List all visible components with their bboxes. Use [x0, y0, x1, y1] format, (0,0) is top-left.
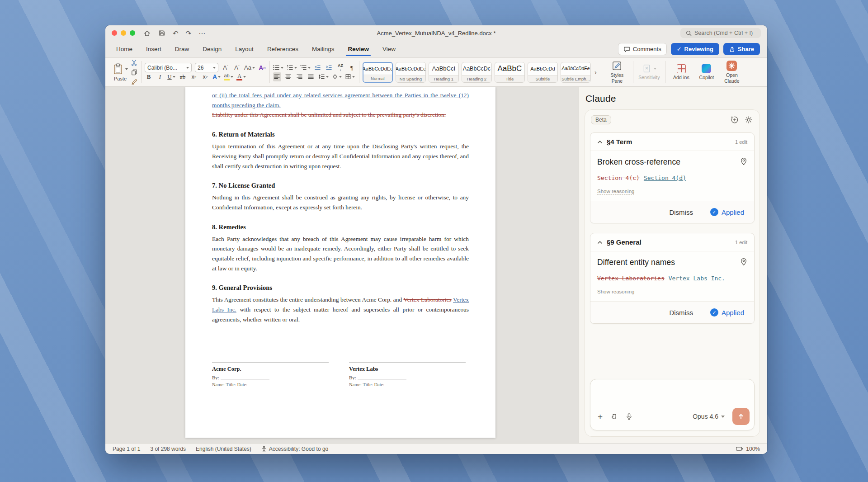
collapse-chevron-icon[interactable]: [597, 241, 603, 244]
new-chat-icon[interactable]: [731, 116, 739, 124]
bullet-list-button[interactable]: [273, 63, 283, 72]
message-composer[interactable]: + Opus 4.6: [590, 379, 755, 430]
hand-feedback-icon[interactable]: [610, 413, 618, 421]
comments-button[interactable]: Comments: [618, 43, 667, 55]
bold-button[interactable]: B: [145, 72, 153, 81]
subscript-button[interactable]: x2: [190, 72, 198, 81]
applied-button[interactable]: ✓ Applied: [710, 308, 744, 317]
style-title[interactable]: AaBbCTitle: [495, 62, 525, 83]
tab-home[interactable]: Home: [116, 41, 132, 57]
addins-button[interactable]: Add-ins: [669, 60, 694, 85]
copy-icon[interactable]: [130, 68, 138, 77]
document-page[interactable]: or (ii) the total fees paid under any re…: [185, 87, 495, 438]
change-case-button[interactable]: Aa: [244, 63, 255, 72]
shading-button[interactable]: [332, 72, 342, 81]
claude-panel-body: Beta: [585, 109, 760, 437]
sort-button[interactable]: AZ↓: [336, 63, 344, 72]
tab-design[interactable]: Design: [203, 41, 222, 57]
claude-starburst-icon: [726, 61, 737, 71]
composer-input[interactable]: [590, 379, 754, 404]
copilot-button[interactable]: Copilot: [694, 60, 719, 85]
minimize-window-button[interactable]: [121, 30, 126, 36]
tab-references[interactable]: References: [267, 41, 298, 57]
show-reasoning-link[interactable]: Show reasoning: [597, 189, 634, 195]
redo-icon[interactable]: ↷: [186, 30, 192, 37]
settings-gear-icon[interactable]: [745, 116, 753, 124]
more-toolbar-icon[interactable]: ⋯: [198, 30, 205, 37]
accessibility-status[interactable]: Accessibility: Good to go: [261, 446, 328, 452]
styles-pane-button[interactable]: Styles Pane: [604, 60, 630, 85]
superscript-button[interactable]: x2: [201, 72, 209, 81]
shrink-font-button[interactable]: Aˇ: [233, 63, 241, 72]
style-normal[interactable]: AaBbCcDdEeNormal: [363, 62, 393, 83]
styles-gallery-next-icon[interactable]: ›: [594, 68, 598, 76]
cut-icon[interactable]: [130, 58, 138, 67]
applied-button[interactable]: ✓ Applied: [710, 208, 744, 216]
tab-review[interactable]: Review: [348, 41, 369, 57]
style-subtle-emphasis[interactable]: AaBbCcDdEeSubtle Emph...: [561, 62, 591, 83]
grow-font-button[interactable]: Aˆ: [222, 63, 230, 72]
increase-indent-button[interactable]: [325, 63, 333, 72]
paste-button[interactable]: Paste: [111, 62, 130, 82]
borders-button[interactable]: [345, 72, 355, 81]
attach-plus-icon[interactable]: +: [598, 412, 603, 421]
style-heading-1[interactable]: AaBbCcIHeading 1: [429, 62, 459, 83]
font-size-select[interactable]: 26: [195, 63, 218, 72]
display-mode-icon[interactable]: [736, 446, 743, 452]
reviewing-button[interactable]: ✓ Reviewing: [671, 43, 719, 55]
multilevel-list-button[interactable]: [300, 63, 311, 72]
tab-draw[interactable]: Draw: [175, 41, 189, 57]
zoom-window-button[interactable]: [130, 30, 135, 36]
show-formatting-marks-button[interactable]: ¶: [348, 63, 356, 72]
style-heading-2[interactable]: AaBbCcDcHeading 2: [462, 62, 492, 83]
location-pin-icon[interactable]: [740, 258, 747, 266]
highlight-button[interactable]: ab: [224, 72, 233, 81]
justify-button[interactable]: [307, 72, 315, 81]
undo-icon[interactable]: ↶: [173, 30, 179, 37]
save-icon[interactable]: [158, 29, 165, 37]
language-indicator[interactable]: English (United States): [196, 446, 251, 452]
align-center-button[interactable]: [284, 72, 292, 81]
dismiss-button[interactable]: Dismiss: [669, 309, 693, 317]
search-input[interactable]: Search (Cmd + Ctrl + I): [680, 28, 761, 38]
style-no-spacing[interactable]: AaBbCcDdEeNo Spacing: [396, 62, 426, 83]
text-effects-button[interactable]: A: [212, 72, 221, 81]
clear-formatting-button[interactable]: A⌀: [258, 63, 266, 72]
home-icon[interactable]: [143, 29, 151, 37]
signature-block: Acme Corp. By: Name: Title: Date: Vertex…: [212, 363, 469, 387]
document-canvas[interactable]: or (ii) the total fees paid under any re…: [105, 87, 579, 443]
close-window-button[interactable]: [112, 30, 117, 36]
strikethrough-button[interactable]: ab: [179, 72, 187, 81]
line-spacing-button[interactable]: [318, 72, 329, 81]
tab-insert[interactable]: Insert: [146, 41, 161, 57]
edit-card-s9-general: §9 General 1 edit Different entity names: [590, 233, 755, 324]
tab-view[interactable]: View: [382, 41, 396, 57]
tab-layout[interactable]: Layout: [235, 41, 254, 57]
model-selector[interactable]: Opus 4.6: [693, 413, 725, 420]
share-button[interactable]: Share: [723, 43, 760, 55]
italic-button[interactable]: I: [156, 72, 164, 81]
section-9-heading: 9. General Provisions: [212, 284, 469, 292]
numbered-list-button[interactable]: [287, 63, 297, 72]
microphone-icon[interactable]: [626, 413, 632, 421]
font-name-select[interactable]: Calibri (Bo...: [145, 63, 192, 72]
tab-mailings[interactable]: Mailings: [312, 41, 335, 57]
style-subtitle[interactable]: AaBbCcDdSubtitle: [528, 62, 558, 83]
dismiss-button[interactable]: Dismiss: [669, 208, 693, 216]
align-left-button[interactable]: [273, 72, 281, 81]
underline-button[interactable]: U: [167, 72, 175, 81]
word-count[interactable]: 3 of 298 words: [150, 446, 186, 452]
send-button[interactable]: [732, 408, 750, 425]
location-pin-icon[interactable]: [740, 157, 747, 165]
collapse-chevron-icon[interactable]: [597, 140, 603, 144]
section-9-body: This Agreement constitutes the entire un…: [212, 295, 469, 324]
zoom-level[interactable]: 100%: [746, 446, 760, 452]
show-reasoning-link[interactable]: Show reasoning: [597, 289, 634, 295]
page-count[interactable]: Page 1 of 1: [113, 446, 140, 452]
align-right-button[interactable]: [296, 72, 304, 81]
format-painter-icon[interactable]: [130, 77, 138, 86]
font-color-button[interactable]: A: [236, 72, 246, 81]
check-icon: ✓: [677, 46, 682, 52]
decrease-indent-button[interactable]: [314, 63, 322, 72]
open-claude-button[interactable]: Open Claude: [719, 60, 745, 85]
